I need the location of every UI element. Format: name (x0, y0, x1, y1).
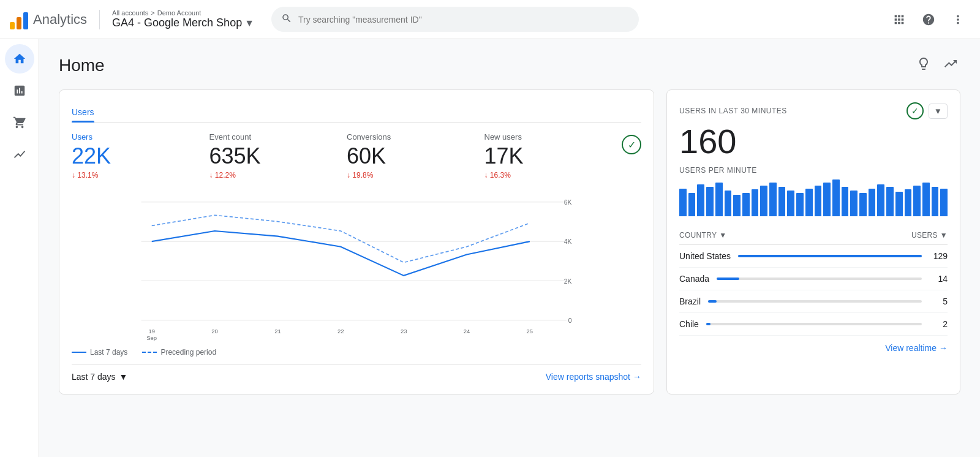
realtime-dropdown-button[interactable]: ▼ (929, 104, 948, 119)
users-column-header[interactable]: USERS ▼ (911, 231, 948, 240)
logo-icon (10, 10, 28, 29)
metric-conversions: Conversions 60K ↓ 19.8% (347, 132, 484, 189)
svg-text:25: 25 (527, 328, 533, 334)
bar-chart-bar (778, 187, 786, 216)
main-layout: Home Users (0, 39, 980, 457)
country-users-value: 14 (929, 274, 948, 284)
bar-chart-bar (787, 191, 794, 216)
bar-chart-bar (760, 186, 767, 216)
logo-bar-2 (17, 17, 21, 29)
top-navigation: Analytics All accounts > Demo Account GA… (0, 0, 980, 39)
chart-area: 6K 4K 2K 0 19 Sep 20 21 22 (72, 194, 641, 343)
legend-dashed-label: Preceding period (160, 348, 216, 357)
bar-chart-bar (850, 191, 858, 216)
trending-button[interactable] (941, 54, 960, 77)
country-row: Chile 2 (679, 313, 948, 336)
breadcrumb-all-accounts: All accounts (112, 9, 148, 17)
solid-line (152, 231, 530, 276)
metrics-card: Users Users 22K ↓ 13.1% Event count 635K… (59, 89, 654, 395)
country-row: United States 129 (679, 245, 948, 268)
apps-button[interactable] (887, 7, 911, 32)
bar-chart-bar (697, 184, 704, 216)
page-header: Home (59, 54, 960, 77)
metric-conversions-label: Conversions (347, 132, 470, 142)
dashed-line (152, 215, 530, 262)
sidebar-item-explore[interactable] (5, 108, 34, 137)
metric-users-label: Users (72, 132, 195, 142)
bar-chart-bar (742, 193, 750, 216)
svg-text:0: 0 (568, 317, 572, 324)
country-users-value: 2 (929, 319, 948, 329)
country-name: Canada (679, 274, 709, 284)
svg-text:23: 23 (401, 328, 407, 334)
country-name: Brazil (679, 296, 701, 306)
sidebar-item-home[interactable] (5, 44, 34, 74)
metric-events-value: 635K (209, 144, 333, 168)
help-button[interactable] (916, 7, 941, 32)
main-content: Home Users (39, 39, 980, 457)
country-bar-wrap (738, 255, 922, 257)
bar-chart-bar (905, 189, 912, 216)
country-row: Canada 14 (679, 268, 948, 290)
view-realtime-link[interactable]: View realtime → (679, 343, 948, 353)
realtime-controls: ✓ ▼ (907, 102, 948, 119)
bar-chart-bar (805, 189, 813, 216)
more-button[interactable] (946, 7, 970, 32)
country-name: United States (679, 251, 731, 261)
sidebar-item-advertising[interactable] (5, 140, 34, 169)
logo-bar-1 (10, 22, 15, 29)
legend-solid-line (72, 352, 86, 353)
bar-chart-bar (796, 193, 804, 216)
metric-tabs: Users (72, 102, 641, 123)
bar-chart-bar (877, 184, 884, 216)
country-column-header[interactable]: COUNTRY ▼ (679, 231, 726, 240)
country-bar-wrap (706, 323, 922, 325)
view-reports-label: View reports snapshot (546, 372, 630, 382)
country-bar-fill (738, 255, 922, 257)
country-bar-fill (708, 300, 717, 303)
metric-users: Users 22K ↓ 13.1% (72, 132, 209, 189)
country-name: Chile (679, 319, 699, 329)
property-selector[interactable]: GA4 - Google Merch Shop ▼ (112, 17, 254, 29)
nav-actions (887, 7, 970, 32)
tab-users[interactable]: Users (72, 102, 94, 122)
bar-chart-bar (733, 195, 741, 216)
realtime-check-icon: ✓ (907, 102, 924, 119)
bar-chart-bar (706, 187, 714, 216)
realtime-value: 160 (679, 124, 948, 159)
svg-text:Sep: Sep (146, 334, 157, 341)
account-info: All accounts > Demo Account GA4 - Google… (112, 9, 254, 29)
country-users-value: 5 (929, 296, 948, 306)
country-bar-wrap (717, 278, 922, 280)
bar-chart-bar (859, 193, 867, 216)
bar-chart-bar (832, 179, 840, 216)
chart-legend: Last 7 days Preceding period (72, 348, 641, 357)
legend-dashed: Preceding period (142, 348, 216, 357)
metric-new-users-change: ↓ 16.3% (484, 171, 608, 179)
metrics-check-icon: ✓ (622, 135, 641, 154)
sidebar-item-reports[interactable] (5, 76, 34, 105)
nav-divider (99, 10, 100, 29)
page-title: Home (59, 56, 105, 75)
view-reports-link[interactable]: View reports snapshot → (546, 372, 641, 382)
country-table: COUNTRY ▼ USERS ▼ United States 129 Cana… (679, 226, 948, 336)
users-per-min-label: USERS PER MINUTE (679, 166, 948, 175)
users-per-min-chart (679, 179, 948, 216)
insights-button[interactable] (914, 54, 933, 77)
svg-text:6K: 6K (564, 199, 572, 206)
line-chart: 6K 4K 2K 0 19 Sep 20 21 22 (72, 194, 641, 341)
search-bar[interactable] (271, 7, 639, 32)
country-bar-wrap (708, 300, 922, 303)
content-grid: Users Users 22K ↓ 13.1% Event count 635K… (59, 89, 960, 395)
country-bar-fill (717, 278, 739, 280)
bar-chart-bar (752, 189, 759, 216)
logo: Analytics (10, 10, 87, 29)
view-realtime-arrow: → (939, 343, 948, 353)
metric-users-change: ↓ 13.1% (72, 171, 195, 179)
search-input[interactable] (298, 15, 629, 25)
sidebar (0, 39, 39, 457)
legend-solid-label: Last 7 days (90, 348, 127, 357)
svg-text:20: 20 (211, 328, 217, 334)
svg-text:24: 24 (464, 328, 470, 334)
date-selector[interactable]: Last 7 days ▼ (72, 372, 127, 382)
